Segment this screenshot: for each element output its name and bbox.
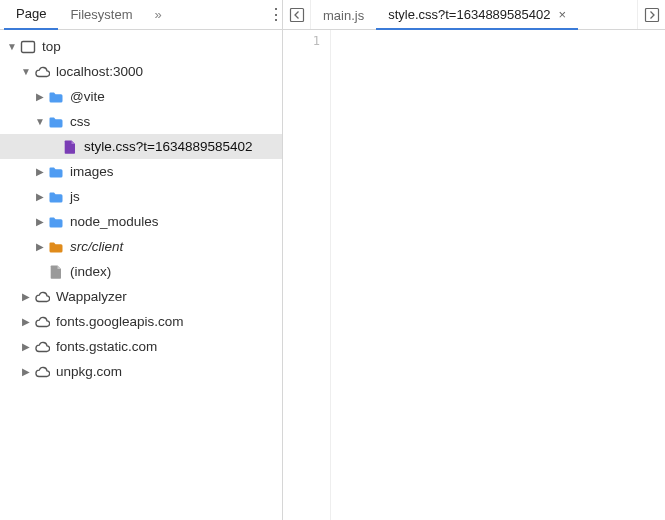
tree-label: fonts.googleapis.com [56,314,184,329]
devtools-sources-panel: Page Filesystem » ⋮ ▼ top ▼ localhost:30… [0,0,665,520]
editor-tabbar: main.js style.css?t=1634889585402 × [283,0,665,30]
tree-row-images[interactable]: ▶ images [0,159,282,184]
tree-label: node_modules [70,214,159,229]
tree-label: top [42,39,61,54]
sidebar-more-icon[interactable]: ⋮ [260,5,278,24]
tree-row-gstatic[interactable]: ▶ fonts.gstatic.com [0,334,282,359]
tree-label: css [70,114,90,129]
chevron-down-icon: ▼ [20,66,32,77]
tree-label: unpkg.com [56,364,122,379]
tree-row-js[interactable]: ▶ js [0,184,282,209]
chevron-right-icon: ▶ [34,91,46,102]
tree-label: src/client [70,239,123,254]
cloud-icon [34,314,50,330]
cloud-icon [34,64,50,80]
tree-row-vite[interactable]: ▶ @vite [0,84,282,109]
file-tree: ▼ top ▼ localhost:3000 ▶ @vite ▼ css ▶ [0,30,282,520]
chevron-right-icon: ▶ [20,341,32,352]
tree-row-unpkg[interactable]: ▶ unpkg.com [0,359,282,384]
chevron-right-icon: ▶ [34,241,46,252]
sidebar-tabbar: Page Filesystem » ⋮ [0,0,282,30]
chevron-right-icon: ▶ [34,166,46,177]
line-gutter: 1 [283,30,331,520]
sidebar-tab-page[interactable]: Page [4,0,58,30]
editor-tab-label: style.css?t=1634889585402 [388,7,550,22]
tree-row-css[interactable]: ▼ css [0,109,282,134]
editor-tab-stylecss[interactable]: style.css?t=1634889585402 × [376,0,578,30]
tree-label: js [70,189,80,204]
sidebar-tab-filesystem[interactable]: Filesystem [58,0,144,30]
line-number: 1 [283,34,320,48]
frame-icon [20,39,36,55]
tree-label: (index) [70,264,111,279]
folder-icon [48,89,64,105]
sidebar-tabs-overflow[interactable]: » [145,7,172,22]
tree-row-localhost[interactable]: ▼ localhost:3000 [0,59,282,84]
nav-next-button[interactable] [637,0,665,29]
tree-row-index[interactable]: ▶ (index) [0,259,282,284]
tree-row-top[interactable]: ▼ top [0,34,282,59]
sidebar: Page Filesystem » ⋮ ▼ top ▼ localhost:30… [0,0,283,520]
folder-icon [48,114,64,130]
nav-prev-button[interactable] [283,0,311,29]
chevron-right-icon: ▶ [34,216,46,227]
code-editor[interactable]: 1 [283,30,665,520]
folder-icon [48,214,64,230]
cloud-icon [34,339,50,355]
tree-label: style.css?t=1634889585402 [84,139,253,154]
tree-label: localhost:3000 [56,64,143,79]
tree-label: @vite [70,89,105,104]
tree-row-googleapis[interactable]: ▶ fonts.googleapis.com [0,309,282,334]
editor-tab-label: main.js [323,8,364,23]
tree-label: Wappalyzer [56,289,127,304]
close-icon[interactable]: × [558,7,566,22]
nav-next-icon [644,7,660,23]
chevron-down-icon: ▼ [34,116,46,127]
tree-row-wappalyzer[interactable]: ▶ Wappalyzer [0,284,282,309]
editor-pane: main.js style.css?t=1634889585402 × 1 [283,0,665,520]
chevron-right-icon: ▶ [20,291,32,302]
file-icon [48,264,64,280]
folder-icon [48,189,64,205]
chevron-right-icon: ▶ [20,366,32,377]
nav-prev-icon [289,7,305,23]
tree-label: images [70,164,114,179]
folder-icon [48,164,64,180]
tree-label: fonts.gstatic.com [56,339,157,354]
cloud-icon [34,364,50,380]
cloud-icon [34,289,50,305]
editor-tab-mainjs[interactable]: main.js [311,0,376,29]
tree-row-stylecss[interactable]: ▶ style.css?t=1634889585402 [0,134,282,159]
tree-row-srcclient[interactable]: ▶ src/client [0,234,282,259]
chevron-right-icon: ▶ [20,316,32,327]
chevron-right-icon: ▶ [34,191,46,202]
file-icon [62,139,78,155]
code-area[interactable] [331,30,665,520]
tree-row-nodemodules[interactable]: ▶ node_modules [0,209,282,234]
chevron-down-icon: ▼ [6,41,18,52]
folder-icon [48,239,64,255]
